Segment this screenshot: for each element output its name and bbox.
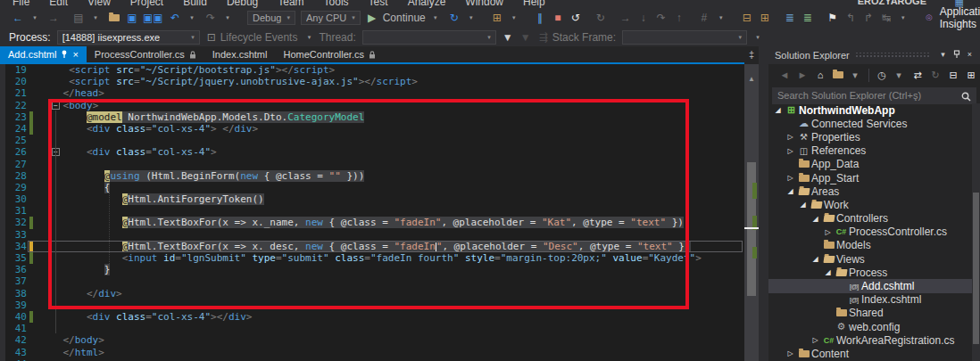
open-file-button[interactable] [105, 10, 123, 26]
code-line-43[interactable]: 43 </html> [0, 347, 744, 358]
process-combo[interactable]: [14888] iisexpress.exe▾ [57, 30, 200, 45]
tree-item-references[interactable]: ▷◫References [768, 144, 972, 158]
tree-item-index-cshtml[interactable]: [@]Index.cshtml [768, 293, 972, 307]
menu-item-edit[interactable]: Edit [49, 0, 68, 8]
code-line-27[interactable]: 27 [0, 159, 744, 170]
tree-item-views[interactable]: ◢Views [768, 252, 972, 266]
configuration-combo[interactable]: Debug▾ [247, 11, 295, 25]
toolbar-overflow[interactable]: ▾ [894, 10, 912, 26]
solution-explorer-titlebar[interactable]: Solution Explorer ▾× [768, 46, 980, 64]
menu-item-team[interactable]: Team [278, 0, 303, 8]
stack-frame-combo[interactable]: ▾ [622, 30, 747, 45]
code-line-26[interactable]: 26− <div class="col-xs-4"> [0, 146, 744, 158]
tree-expander-icon[interactable]: ▷ [785, 147, 796, 155]
menu-item-view[interactable]: View [87, 0, 111, 8]
tree-item-web-config[interactable]: ⚙web.config [768, 320, 972, 333]
solution-explorer-scrollbar[interactable] [972, 103, 980, 361]
code-line-22[interactable]: 22− <body> [0, 100, 744, 111]
restart-button[interactable]: ↺ [567, 10, 585, 26]
next-bookmark-button[interactable]: ↱ [860, 10, 877, 26]
se-refresh-button[interactable]: ↻ [926, 67, 944, 83]
lifecycle-icon[interactable]: ⊡ [203, 29, 220, 45]
tree-item-properties[interactable]: ▷⚒Properties [768, 130, 972, 144]
code-line-39[interactable]: 39 [0, 299, 744, 311]
tab-homecontroller-cs[interactable]: HomeController.cs [275, 46, 383, 62]
redo-button[interactable]: ↷ [202, 10, 220, 26]
menu-item-file[interactable]: File [12, 0, 29, 8]
lightbulb-icon[interactable]: ⌾ [920, 10, 938, 26]
menu-item-debug[interactable]: Debug [227, 0, 258, 8]
tree-expander-icon[interactable]: ▷ [785, 349, 796, 357]
tree-item-areas[interactable]: ◢Areas [768, 185, 972, 198]
code-line-41[interactable]: 41 [0, 323, 744, 334]
pin-icon[interactable] [61, 50, 68, 59]
code-line-28[interactable]: 28 @using (Html.BeginForm(new { @class =… [0, 170, 744, 182]
tree-expander-icon[interactable]: ◢ [785, 187, 796, 195]
code-line-30[interactable]: 30 @Html.AntiForgeryToken() [0, 193, 744, 205]
menu-item-project[interactable]: Project [130, 0, 163, 8]
forward-button[interactable]: → [45, 10, 62, 26]
thread-combo[interactable]: ▾ [362, 30, 496, 45]
tree-expander-icon[interactable]: ◢ [797, 201, 809, 209]
new-file-button[interactable]: ▤ [70, 10, 87, 26]
breakpoints-window-button[interactable]: ⊟ [738, 10, 756, 26]
pin-icon[interactable] [950, 50, 963, 61]
show-next-statement-button[interactable]: → [617, 10, 635, 26]
se-pending-changes-filter-button[interactable]: ◷ [873, 67, 891, 83]
attach-to-process-button[interactable]: ⊞ [488, 10, 506, 26]
lifecycle-dropdown[interactable]: ▾ [300, 29, 318, 45]
locals-window-button[interactable]: ≣ [799, 10, 817, 26]
tree-expander-icon[interactable]: ◢ [822, 268, 834, 276]
tree-item-shared[interactable]: Shared [768, 307, 972, 320]
continue-button-play[interactable]: ▶ [363, 10, 381, 26]
hex-dropdown[interactable]: ▾ [712, 10, 730, 26]
stop-debugging-button[interactable]: ■ [549, 10, 567, 26]
back-button[interactable]: ← [9, 10, 27, 26]
se-sync-active-document-button[interactable]: ⇄ [909, 67, 926, 83]
tree-item-models[interactable]: Models [768, 239, 972, 252]
se-forward-button[interactable]: ► [793, 67, 811, 83]
tree-item-app-start[interactable]: ▷App_Start [768, 171, 972, 185]
filter-minus-icon[interactable]: ▼ [517, 29, 535, 45]
code-line-20[interactable]: 20 <script src="~/Script/jquery.unobtrus… [0, 76, 744, 87]
code-line-40[interactable]: 40 <div class="col-xs-4"></div> [0, 311, 744, 323]
bookmark-button[interactable]: ⚑ [824, 10, 842, 26]
redo-dropdown[interactable]: ▾ [219, 10, 237, 26]
code-line-21[interactable]: 21 </head> [0, 87, 744, 99]
immediate-window-button[interactable]: ⊞ [756, 10, 774, 26]
browser-link-dropdown[interactable]: ▾ [462, 10, 480, 26]
tab-index-cshtml[interactable]: Index.cshtml [204, 46, 276, 62]
save-button[interactable]: ▣ [123, 10, 141, 26]
tree-item-content[interactable]: ▷Content [768, 347, 972, 360]
se-collapse-all-button[interactable]: ⊟ [944, 67, 962, 83]
break-all-button[interactable]: ∥ [531, 10, 549, 26]
menu-item-tools[interactable]: Tools [324, 0, 349, 8]
menu-item-help[interactable]: Help [523, 0, 545, 8]
output-window-button[interactable]: ≣ [781, 10, 799, 26]
code-line-23[interactable]: 23 @model NorthwindWebApp.Models.Dto.Cat… [0, 111, 744, 123]
se-back-button[interactable]: ◄ [776, 67, 793, 83]
browser-link-refresh-button[interactable]: ↻ [445, 10, 463, 26]
menu-items[interactable]: FileEditViewProjectBuildDebugTeamToolsTe… [0, 0, 980, 8]
tree-item-workarearegistration-cs[interactable]: ▷C#WorkAreaRegistration.cs [768, 333, 972, 347]
code-line-42[interactable]: 42 </body> [0, 334, 744, 346]
code-line-36[interactable]: 36 } [0, 264, 744, 275]
se-show-all-files-button[interactable]: ⊞ [962, 67, 980, 83]
undo-button[interactable]: ↶ [166, 10, 184, 26]
tree-expander-icon[interactable]: ▷ [785, 174, 796, 182]
code-line-33[interactable]: 33 [0, 229, 744, 241]
scrollbar-thumb[interactable] [973, 193, 979, 344]
code-line-25[interactable]: 25 [0, 135, 744, 146]
tree-expander-icon[interactable]: ◢ [810, 215, 821, 223]
flag-frames-icon[interactable]: ⇶ [535, 29, 552, 45]
tree-item-add-cshtml[interactable]: [@]Add.cshtml [768, 279, 972, 292]
undo-dropdown[interactable]: ▾ [183, 10, 201, 26]
tree-item-work[interactable]: ◢Work [768, 198, 972, 211]
hex-display-button[interactable]: # [695, 10, 713, 26]
code-line-34[interactable]: 34 @Html.TextBoxFor(x => x._desc, new { … [0, 241, 744, 252]
se-filter-dropdown[interactable]: ▾ [890, 67, 908, 83]
back-dropdown[interactable]: ▾ [26, 10, 44, 26]
tree-expander-icon[interactable]: ▷ [822, 228, 834, 236]
search-input[interactable] [772, 87, 976, 104]
window-position-dropdown[interactable]: ▾ [936, 50, 950, 61]
